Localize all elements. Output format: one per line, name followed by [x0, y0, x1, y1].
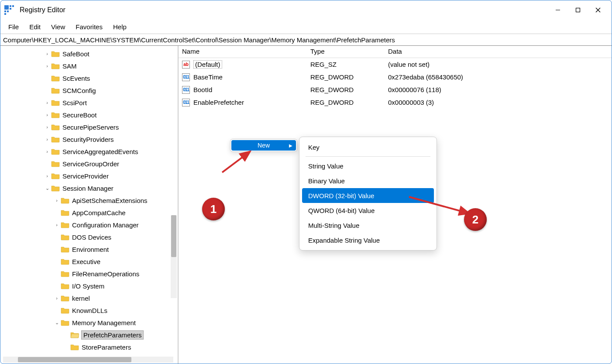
menu-separator — [306, 156, 430, 157]
submenu-item[interactable]: Binary Value — [302, 173, 434, 188]
tree-node[interactable]: ›ServiceProvider — [4, 170, 178, 182]
submenu-item[interactable]: DWORD (32-bit) Value — [302, 188, 434, 203]
folder-icon — [51, 50, 60, 57]
tree-node[interactable]: ›Configuration Manager — [4, 219, 178, 231]
tree-node[interactable]: ⌄Memory Management — [4, 316, 178, 329]
tree-expander-icon[interactable] — [54, 259, 60, 264]
tree-expander-icon[interactable]: › — [54, 198, 60, 203]
close-button[interactable] — [588, 2, 608, 18]
folder-icon — [51, 136, 60, 143]
tree-node[interactable]: I/O System — [4, 280, 178, 292]
value-type: REG_DWORD — [307, 98, 385, 107]
tree-node[interactable]: ScEvents — [4, 72, 178, 84]
menu-help[interactable]: Help — [109, 21, 131, 32]
tree-node[interactable]: ServiceGroupOrder — [4, 158, 178, 170]
folder-icon — [51, 124, 60, 130]
values-header: Name Type Data — [179, 46, 612, 58]
value-type: REG_DWORD — [307, 72, 385, 82]
svg-rect-1 — [10, 5, 11, 7]
tree-node-label: SecurePipeServers — [62, 124, 119, 131]
tree-node[interactable]: ›SAM — [4, 60, 178, 72]
submenu-item[interactable]: Key — [302, 140, 434, 155]
submenu-item[interactable]: QWORD (64-bit) Value — [302, 203, 434, 218]
maximize-button[interactable] — [568, 2, 588, 18]
tree-expander-icon[interactable] — [63, 344, 69, 350]
tree-expander-icon[interactable]: › — [44, 63, 50, 69]
tree-vertical-scrollbar[interactable] — [171, 215, 177, 298]
tree-expander-icon[interactable]: ⌄ — [54, 320, 60, 326]
tree-expander-icon[interactable]: › — [44, 100, 50, 105]
tree-node[interactable]: ›SecureBoot — [4, 109, 178, 121]
tree-node[interactable]: ›ApiSetSchemaExtensions — [4, 194, 178, 206]
tree-expander-icon[interactable]: › — [44, 112, 50, 117]
menu-view[interactable]: View — [47, 21, 69, 32]
column-name[interactable]: Name — [179, 46, 307, 58]
tree-node[interactable]: DOS Devices — [4, 231, 178, 243]
tree-node[interactable]: ›SecurePipeServers — [4, 121, 178, 133]
tree-expander-icon[interactable]: › — [54, 222, 60, 227]
tree-node-label: SAM — [62, 62, 77, 70]
tree-node[interactable]: PrefetchParameters — [4, 329, 178, 341]
tree-expander-icon[interactable]: › — [44, 137, 50, 142]
column-data[interactable]: Data — [385, 46, 612, 58]
tree-horizontal-scrollbar[interactable] — [3, 357, 173, 363]
tree-node-label: ServiceGroupOrder — [62, 160, 119, 168]
tree-node[interactable]: ›SecurityProviders — [4, 133, 178, 145]
tree-node[interactable]: SCMConfig — [4, 84, 178, 96]
tree-expander-icon[interactable]: › — [54, 295, 60, 301]
tree-node-label: ScEvents — [62, 75, 90, 82]
chevron-right-icon: ▶ — [289, 143, 292, 148]
tree-expander-icon[interactable] — [54, 234, 60, 240]
tree-node[interactable]: StoreParameters — [4, 341, 178, 353]
tree-expander-icon[interactable] — [44, 76, 50, 81]
tree-expander-icon[interactable]: › — [44, 51, 50, 56]
tree-node[interactable]: Executive — [4, 255, 178, 268]
folder-icon — [61, 258, 69, 265]
value-row[interactable]: 011BaseTimeREG_DWORD0x273edaba (65843065… — [179, 71, 612, 83]
minimize-button[interactable] — [548, 2, 568, 18]
value-row[interactable]: ab(Default)REG_SZ(value not set) — [179, 58, 612, 71]
menu-favorites[interactable]: Favorites — [71, 21, 107, 32]
tree-expander-icon[interactable] — [54, 283, 60, 288]
tree-expander-icon[interactable] — [54, 247, 60, 252]
submenu-item[interactable]: Multi-String Value — [302, 218, 434, 233]
tree-expander-icon[interactable] — [44, 161, 50, 166]
tree-node[interactable]: ›SafeBoot — [4, 48, 178, 60]
context-menu-new[interactable]: New ▶ — [231, 140, 296, 151]
tree-node[interactable]: AppCompatCache — [4, 206, 178, 219]
tree-expander-icon[interactable]: ⌄ — [44, 185, 50, 191]
values-list[interactable]: ab(Default)REG_SZ(value not set)011BaseT… — [179, 58, 612, 109]
tree-node[interactable]: Environment — [4, 243, 178, 255]
tree-expander-icon[interactable]: › — [44, 173, 50, 179]
submenu-item[interactable]: String Value — [302, 158, 434, 173]
address-text: Computer\HKEY_LOCAL_MACHINE\SYSTEM\Curre… — [3, 36, 395, 44]
tree-expander-icon[interactable]: › — [44, 149, 50, 154]
svg-rect-8 — [576, 8, 580, 12]
registry-tree[interactable]: ›SafeBoot›SAM ScEvents SCMConfig›ScsiPor… — [0, 48, 178, 353]
folder-icon — [61, 319, 69, 326]
tree-node-label: SecureBoot — [62, 111, 96, 119]
tree-expander-icon[interactable] — [54, 308, 60, 313]
tree-expander-icon[interactable]: › — [44, 124, 50, 130]
tree-node[interactable]: ›ScsiPort — [4, 96, 178, 109]
tree-node[interactable]: FileRenameOperations — [4, 268, 178, 280]
tree-node[interactable]: ⌄Session Manager — [4, 182, 178, 194]
window-controls — [548, 2, 608, 18]
value-row[interactable]: 011BootIdREG_DWORD0x00000076 (118) — [179, 83, 612, 96]
tree-expander-icon[interactable] — [54, 210, 60, 215]
value-row[interactable]: 011EnablePrefetcherREG_DWORD0x00000003 (… — [179, 96, 612, 109]
tree-node-label: StoreParameters — [82, 343, 131, 351]
submenu-item[interactable]: Expandable String Value — [302, 233, 434, 247]
column-type[interactable]: Type — [307, 46, 385, 58]
tree-node[interactable]: ›ServiceAggregatedEvents — [4, 145, 178, 158]
tree-node[interactable]: ›kernel — [4, 292, 178, 304]
menu-edit[interactable]: Edit — [25, 21, 45, 32]
tree-node[interactable]: KnownDLLs — [4, 304, 178, 316]
tree-expander-icon[interactable] — [44, 88, 50, 93]
tree-expander-icon[interactable] — [54, 271, 60, 276]
svg-rect-4 — [4, 10, 6, 12]
folder-icon — [51, 172, 60, 179]
tree-expander-icon[interactable] — [63, 332, 69, 337]
address-bar[interactable]: Computer\HKEY_LOCAL_MACHINE\SYSTEM\Curre… — [0, 34, 612, 46]
menu-file[interactable]: File — [4, 21, 23, 32]
